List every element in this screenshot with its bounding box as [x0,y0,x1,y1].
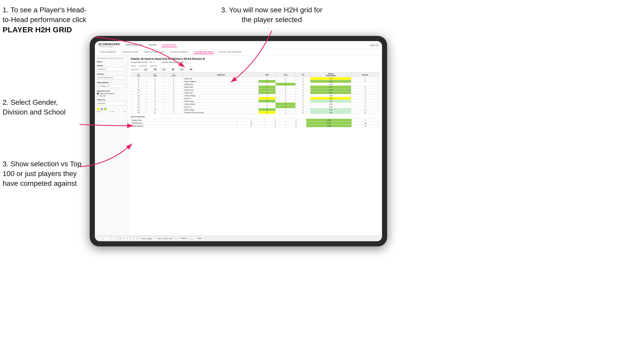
toolbar-grid[interactable]: ⊞ [118,237,123,240]
conference-select[interactable]: (All) [160,68,175,71]
region-label: Region [131,65,136,67]
header-sign-out[interactable]: Sign out [370,44,378,46]
opponents-filter: Opponents: [131,69,139,70]
sidebar-timestamp: Last Updated: 27/03/2024 16:55:38 [97,57,126,59]
th-conf: #Conf [164,72,184,77]
toolbar-save-view[interactable]: Save Custom View [156,237,174,240]
out-of-division-table: Foreign Team1004.5002NAIA Division 11500… [131,119,379,127]
opponents-filter-label: Opponents: [131,69,139,70]
division-select[interactable]: NCAA Division III [97,76,126,80]
toolbar-redo[interactable]: ↪ [111,237,116,240]
table-row: 633Sydney Kuo010-1.00 [131,83,379,86]
step3-top-text: 3. You will now see H2H grid for the pla… [221,6,322,24]
h2h-title: Katelyn Vo Head-to-Head Grid for Women's… [131,57,379,60]
radio-top-100[interactable]: Top 100 [97,95,126,97]
th-win: Win [258,72,275,77]
opponent-view-label: Opponent view [97,90,126,92]
step3-bottom-text: 3. Show selection vs Top 100 or just pla… [3,160,82,187]
subnav-player-h2h-heatmap[interactable]: PLAYER H2H HEATMAP [218,50,243,54]
radio-opponents-played[interactable]: Opponents Played [97,93,126,94]
player-rank-select[interactable]: 8. Katelyn Vo [97,84,126,88]
table-row: 20117Federica Domecq Lacroze2101.336 [131,111,379,114]
main-nav: TOURNAMENTS TEAMS COMMITTEE [124,43,366,47]
out-of-division-row: Foreign Team1004.5002 [131,119,379,122]
table-row: 914Sharon Mun1003.673 [131,86,379,89]
th-loss: Loss [276,72,296,77]
instruction-step1: 1. To see a Player's Head-to-Head perfor… [3,5,90,35]
instruction-step2: 2. Select Gender, Division and School [3,98,79,117]
region-select[interactable]: (All) [142,68,157,71]
sidebar-gender-section: Gender Women's [97,65,126,71]
data-area: Katelyn Vo Head-to-Head Grid for Women's… [128,55,382,235]
th-reg: #Reg [146,72,164,77]
th-diff: Diff AvStrokes/Rnd [310,72,351,77]
colour-by-label: Colour by [97,99,126,101]
toolbar-watch[interactable]: 👁 Watch ▾ [178,237,190,240]
toolbar-refresh[interactable]: ↺ [124,237,129,240]
table-row: 1063Andrea York2004.004 [131,89,379,91]
nav-tournaments[interactable]: TOURNAMENTS [124,43,144,47]
toolbar-sep2 [176,237,176,240]
subnav-player-h2h-grid[interactable]: PLAYER H2H GRID [194,50,214,54]
gender-select[interactable]: Women's [97,67,126,71]
sub-nav: TEAM SUMMARY TEAM H2H GRID TEAM H2H HEAT… [95,49,382,55]
toolbar-sep1 [138,237,138,240]
subnav-player-summary[interactable]: PLAYER SUMMARY [169,50,190,54]
opponent-label: Opponent [150,65,157,67]
opponent-view-section: Opponent view Opponents Played Top 100 [97,90,126,97]
nav-teams[interactable]: TEAMS [148,43,158,47]
subnav-team-h2h-heatmap[interactable]: TEAM H2H HEATMAP [143,50,165,54]
step2-text: 2. Select Gender, Division and School [3,98,66,116]
step1-bold: PLAYER H2H GRID [3,25,72,34]
colour-by-select[interactable]: Win/loss [97,101,126,105]
subnav-team-summary[interactable]: TEAM SUMMARY [98,50,117,54]
toolbar-sep3 [192,237,192,240]
table-header-row: #Div #Reg #Conf Opponent Win Loss Tie Di… [131,72,379,77]
instruction-step3-bottom: 3. Show selection vs Top 100 or just pla… [3,159,82,188]
toolbar-back[interactable]: ← [104,237,109,240]
table-row: 1637Jessica Mason120-0.947 [131,103,379,105]
legend-dot-down [97,108,99,110]
step1-text: 1. To see a Player's Head-to-Head perfor… [3,6,86,24]
opponent-select[interactable]: (All) [178,68,193,71]
sidebar-division-section: Division NCAA Division III [97,73,126,80]
toolbar-share[interactable]: ↗ Share [194,237,204,240]
nav-committee[interactable]: COMMITTEE [161,43,177,47]
legend-down: Down [97,111,101,112]
gender-label: Gender [97,65,126,66]
subnav-team-h2h-grid[interactable]: TEAM H2H GRID [121,50,139,54]
sidebar-player-rank-section: Player (Rank) 8. Katelyn Vo [97,82,126,88]
conference-label: Conference [139,65,147,67]
table-row: 1474Eunice Yi2200.389 [131,97,379,100]
th-rounds: Rounds [351,72,379,77]
logo-area: SCOREBOARD Powered by clippd [98,43,120,47]
out-of-division-row: NAIA Division 115009.26730 [131,122,379,124]
division-label: Division [97,73,126,75]
legend-dots [97,108,126,110]
legend-level: Level [110,111,114,112]
toolbar-view-original[interactable]: View: Original [139,237,154,240]
region-filter-group: Region [131,65,136,67]
sidebar-player-section: Player [97,61,126,63]
radio-dot-opponents [97,93,99,94]
table-row: 1585Stella Cheng1001.254 [131,100,379,103]
overall-record: Overall Record: 353 - 34 - 6 [131,61,155,63]
tablet-frame: SCOREBOARD Powered by clippd TOURNAMENTS… [90,36,387,246]
player-label: Player [97,61,126,63]
legend-up: Up [124,111,126,112]
logo-text: SCOREBOARD [98,43,120,46]
sidebar: Last Updated: 27/03/2024 16:55:38 Player… [95,55,128,235]
table-row: 522Alexis Sudjianto1004.003 [131,80,379,83]
filter-row: Region Conference Opponent [131,65,379,67]
logo-sub: Powered by clippd [98,46,113,47]
h2h-table: #Div #Reg #Conf Opponent Win Loss Tie Di… [131,72,379,114]
records-row: Overall Record: 353 - 34 - 6 Division Re… [131,61,379,63]
toolbar-clock[interactable]: ◷ [131,237,136,240]
toolbar-undo[interactable]: ↩ [97,237,103,240]
opponent-filter-group: Opponent [150,65,157,67]
filter-selects-row: Opponents: (All) (All) (All) [131,68,379,71]
division-record: Division Record: 331 - 34 - 6 [162,61,187,63]
main-content: Last Updated: 27/03/2024 16:55:38 Player… [95,55,382,235]
bottom-toolbar: ↩ ← ↪ ⊞ ↺ ◷ View: Original Save Custom V… [95,235,382,241]
opponent-view-radio-group: Opponents Played Top 100 [97,93,126,97]
